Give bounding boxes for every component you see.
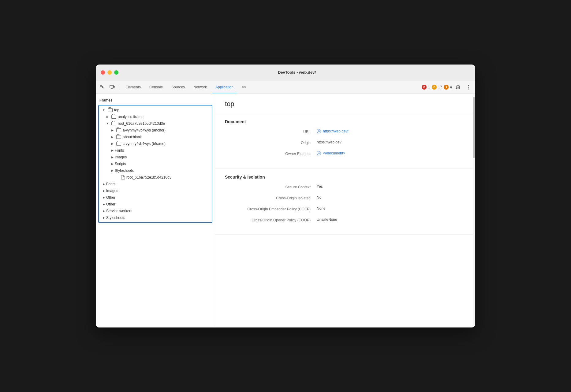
tab-network[interactable]: Network — [190, 83, 211, 91]
toggle-other1[interactable]: ▶ — [101, 195, 106, 200]
toggle-blank[interactable]: ▶ — [110, 135, 115, 139]
tree-item-images[interactable]: ▶ Images — [99, 187, 212, 194]
tree-item-stylesheets-nested[interactable]: ▶ Stylesheets — [99, 167, 212, 174]
toggle-bframe[interactable]: ▶ — [110, 141, 115, 146]
tree-label-stylesheets-nested: Stylesheets — [115, 168, 134, 173]
toggle-stylesheets-nested[interactable]: ▶ — [110, 168, 115, 173]
coop-label: Cross-Origin Opener Policy (COOP) — [225, 217, 317, 222]
tree-label-other2: Other — [106, 202, 115, 206]
scrollbar-track[interactable] — [473, 94, 475, 327]
toggle-other2[interactable]: ▶ — [101, 202, 106, 207]
info-badge[interactable]: ℹ 4 — [444, 85, 452, 90]
tree-item-anchor[interactable]: ▶ a-vynmy4vb4wys (anchor) — [99, 127, 212, 134]
tree-label-bframe: c-vynmy4vb4wys (bframe) — [123, 142, 166, 146]
main-content: Frames ▼ top ▶ analytics-iframe ▼ — [96, 94, 475, 327]
toggle-service-workers[interactable]: ▶ — [101, 209, 106, 213]
tab-console[interactable]: Console — [146, 83, 166, 91]
tree-label-other1: Other — [106, 195, 115, 200]
owner-link[interactable]: <#document> — [323, 151, 345, 155]
tree-label-images: Images — [106, 189, 118, 193]
toggle-scripts-nested[interactable]: ▶ — [110, 161, 115, 166]
toggle-top[interactable]: ▼ — [101, 108, 106, 113]
toggle-analytics[interactable]: ▶ — [105, 114, 110, 119]
url-link[interactable]: https://web.dev/ — [323, 129, 349, 133]
cursor-icon[interactable] — [98, 83, 107, 91]
owner-value: ⊙ <#document> — [317, 151, 345, 155]
url-value: ⊕ https://web.dev/ — [317, 129, 349, 133]
url-label: URL — [225, 129, 317, 134]
svg-rect-5 — [113, 87, 115, 88]
maximize-button[interactable] — [114, 70, 118, 75]
secure-context-row: Secure Context Yes — [225, 184, 465, 191]
settings-icon[interactable] — [454, 83, 462, 91]
tree-label-anchor: a-vynmy4vb4wys (anchor) — [123, 128, 166, 132]
tree-item-service-workers[interactable]: ▶ Service workers — [99, 208, 212, 214]
cross-origin-isolated-row: Cross-Origin Isolated No — [225, 195, 465, 202]
tree-item-scripts-nested[interactable]: ▶ Scripts — [99, 161, 212, 167]
tree-label-fonts: Fonts — [106, 182, 115, 186]
tree-label-stylesheet-file: root_616a752e1b5d4210d3 — [126, 175, 171, 179]
frames-label: Frames — [96, 96, 215, 104]
security-section: Security & Isolation Secure Context Yes … — [215, 168, 475, 235]
toggle-stylesheets[interactable]: ▶ — [101, 215, 106, 220]
tree-label-blank: about:blank — [123, 135, 142, 139]
scrollbar-thumb[interactable] — [473, 97, 475, 158]
title-bar: DevTools - web.dev/ — [96, 65, 475, 80]
coep-label: Cross-Origin Embedder Policy (COEP) — [225, 206, 317, 211]
more-menu-icon[interactable] — [464, 83, 473, 91]
toggle-anchor[interactable]: ▶ — [110, 128, 115, 133]
warning-count: 17 — [438, 85, 442, 89]
tree-label-service-workers: Service workers — [106, 209, 132, 213]
file-icon-stylesheet — [121, 175, 125, 179]
owner-row: Owner Element ⊙ <#document> — [225, 151, 465, 158]
warning-badge[interactable]: ⚠ 17 — [432, 85, 442, 90]
origin-label: Origin — [225, 140, 317, 145]
toggle-fonts-nested[interactable]: ▶ — [110, 148, 115, 153]
tab-elements[interactable]: Elements — [122, 83, 144, 91]
tree-item-other1[interactable]: ▶ Other — [99, 194, 212, 201]
tree-item-analytics[interactable]: ▶ analytics-iframe — [99, 113, 212, 120]
frame-icon-top — [108, 108, 113, 112]
tree-item-root[interactable]: ▼ root_616a752e1b5d4210d3e — [99, 120, 212, 127]
coop-value: UnsafeNone — [317, 217, 337, 222]
svg-point-7 — [468, 85, 469, 86]
tree-item-bframe[interactable]: ▶ c-vynmy4vb4wys (bframe) — [99, 140, 212, 147]
more-tabs-button[interactable]: >> — [238, 83, 250, 91]
coop-row: Cross-Origin Opener Policy (COOP) Unsafe… — [225, 217, 465, 224]
error-badge[interactable]: ✕ 1 — [422, 85, 430, 90]
right-panel: top Document URL ⊕ https://web.dev/ Orig… — [215, 94, 475, 327]
frame-icon-bframe — [116, 142, 121, 146]
toggle-fonts[interactable]: ▶ — [101, 182, 106, 187]
tab-application[interactable]: Application — [212, 83, 237, 91]
toggle-images-nested[interactable]: ▶ — [110, 155, 115, 160]
coep-row: Cross-Origin Embedder Policy (COEP) None — [225, 206, 465, 213]
minimize-button[interactable] — [107, 70, 112, 75]
tree-item-other2[interactable]: ▶ Other — [99, 201, 212, 208]
tree-item-fonts-nested[interactable]: ▶ Fonts — [99, 147, 212, 154]
tree-item-top[interactable]: ▼ top — [99, 107, 212, 113]
svg-point-9 — [468, 88, 469, 89]
tree-label-top: top — [114, 108, 119, 112]
tree-item-stylesheet-file[interactable]: ▶ root_616a752e1b5d4210d3 — [99, 174, 212, 181]
tree-label-scripts-nested: Scripts — [115, 162, 126, 166]
toggle-images[interactable]: ▶ — [101, 188, 106, 193]
owner-link-icon: ⊙ — [317, 151, 321, 155]
responsive-icon[interactable] — [108, 83, 117, 91]
tree-item-stylesheets[interactable]: ▶ Stylesheets — [99, 214, 212, 221]
frame-icon-root — [111, 122, 116, 125]
tree-label-fonts-nested: Fonts — [115, 148, 124, 153]
close-button[interactable] — [101, 70, 105, 75]
toggle-root[interactable]: ▼ — [105, 121, 110, 126]
info-count: 4 — [450, 85, 452, 89]
svg-point-8 — [468, 87, 469, 87]
tab-sources[interactable]: Sources — [168, 83, 188, 91]
url-link-icon: ⊕ — [317, 129, 321, 133]
toolbar: Elements Console Sources Network Applica… — [96, 80, 475, 94]
svg-rect-3 — [101, 86, 102, 87]
origin-row: Origin https://web.dev — [225, 140, 465, 147]
tree-item-blank[interactable]: ▶ about:blank — [99, 134, 212, 140]
error-icon: ✕ — [422, 85, 427, 90]
tree-item-images-nested[interactable]: ▶ Images — [99, 154, 212, 161]
tree-item-fonts[interactable]: ▶ Fonts — [99, 181, 212, 187]
sidebar: Frames ▼ top ▶ analytics-iframe ▼ — [96, 94, 215, 327]
